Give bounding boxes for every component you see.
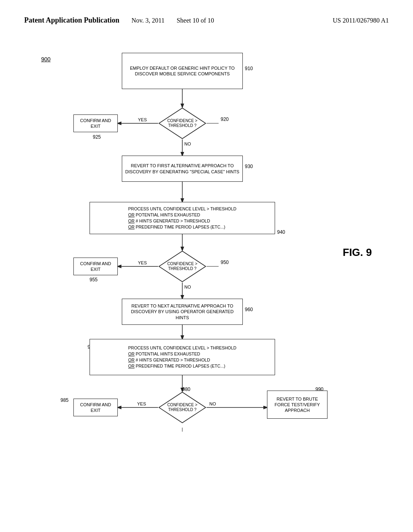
diamond-980: CONFIDENCE > THRESHOLD ? xyxy=(158,391,206,424)
box-910-text: EMPLOY DEFAULT OR GENERIC HINT POLICY TO… xyxy=(125,65,239,77)
yes-label-2: YES xyxy=(138,260,147,265)
yes-label-1: YES xyxy=(138,117,147,122)
label-910-num: 910 xyxy=(245,66,253,71)
box-970-text: PROCESS UNTIL CONFIDENCE LEVEL > THRESHO… xyxy=(128,345,236,370)
box-930: REVERT TO FIRST ALTERNATIVE APPROACH TO … xyxy=(122,156,243,182)
box-910: EMPLOY DEFAULT OR GENERIC HINT POLICY TO… xyxy=(122,53,243,89)
label-920-num: 920 xyxy=(221,116,229,122)
header-sheet: Sheet 10 of 10 xyxy=(177,17,214,24)
header: Patent Application Publication Nov. 3, 2… xyxy=(24,16,389,25)
box-940-text: PROCESS UNTIL CONFIDENCE LEVEL > THRESHO… xyxy=(128,206,236,231)
fig-label: FIG. 9 xyxy=(343,246,372,259)
diamond-920-text: CONFIDENCE > THRESHOLD ? xyxy=(158,117,206,130)
box-960: REVERT TO NEXT ALTERNATIVE APPROACH TO D… xyxy=(122,299,243,325)
label-925-num: 925 xyxy=(93,134,101,140)
label-950-num: 950 xyxy=(221,260,229,265)
box-970: PROCESS UNTIL CONFIDENCE LEVEL > THRESHO… xyxy=(90,339,275,375)
diamond-920: CONFIDENCE > THRESHOLD ? xyxy=(158,107,206,139)
label-940-num: 940 xyxy=(277,229,285,235)
header-patent: US 2011/0267980 A1 xyxy=(333,17,389,24)
box-990: REVERT TO BRUTE FORCE TEST/VERIFY APPROA… xyxy=(267,391,327,419)
box-955-text: CONFIRM AND EXIT xyxy=(75,261,116,272)
header-title: Patent Application Publication xyxy=(24,16,119,25)
label-955-num: 955 xyxy=(90,277,98,283)
flowchart-diagram: 900 EMPLOY DEFAULT OR GENERIC HINT POLIC… xyxy=(33,45,380,508)
box-955: CONFIRM AND EXIT xyxy=(73,258,118,275)
box-925-text: CONFIRM AND EXIT xyxy=(75,118,116,129)
label-985-num: 985 xyxy=(60,397,69,403)
label-980-num: 980 xyxy=(182,387,190,392)
header-date: Nov. 3, 2011 xyxy=(131,17,165,24)
box-985: CONFIRM AND EXIT xyxy=(73,399,118,416)
yes-label-3: YES xyxy=(137,401,146,406)
box-925: CONFIRM AND EXIT xyxy=(73,114,118,132)
page: Patent Application Publication Nov. 3, 2… xyxy=(0,0,413,532)
no-label-3: NO xyxy=(209,401,216,406)
diamond-980-text: CONFIDENCE > THRESHOLD ? xyxy=(158,401,206,414)
box-940: PROCESS UNTIL CONFIDENCE LEVEL > THRESHO… xyxy=(90,202,275,234)
label-960-num: 960 xyxy=(245,307,253,312)
diamond-950: CONFIDENCE > THRESHOLD ? xyxy=(158,250,206,283)
box-960-text: REVERT TO NEXT ALTERNATIVE APPROACH TO D… xyxy=(125,303,240,320)
no-label-2: NO xyxy=(184,285,191,289)
box-985-text: CONFIRM AND EXIT xyxy=(75,402,116,414)
no-label-1: NO xyxy=(184,141,191,146)
label-900: 900 xyxy=(41,56,50,62)
box-990-text: REVERT TO BRUTE FORCE TEST/VERIFY APPROA… xyxy=(270,396,325,414)
label-990-num: 990 xyxy=(315,387,323,392)
label-930-num: 930 xyxy=(245,164,253,169)
diamond-950-text: CONFIDENCE > THRESHOLD ? xyxy=(158,260,206,273)
box-930-text: REVERT TO FIRST ALTERNATIVE APPROACH TO … xyxy=(125,163,240,175)
